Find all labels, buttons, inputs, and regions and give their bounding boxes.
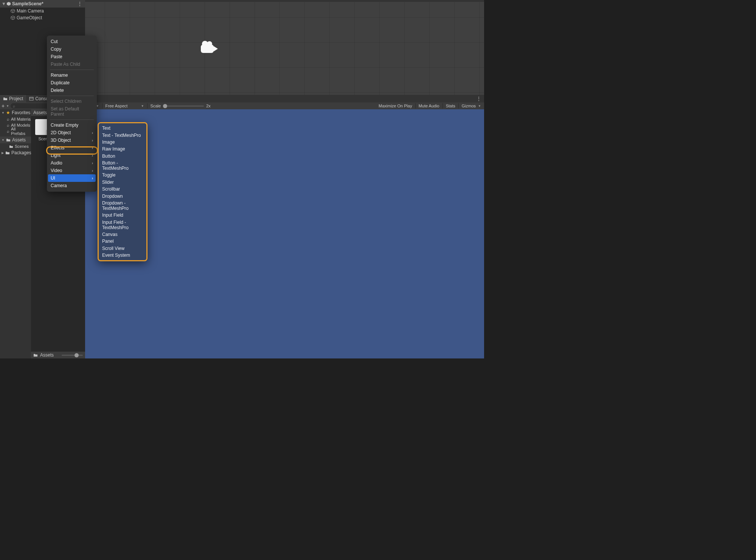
ui-text[interactable]: Text: [99, 125, 146, 132]
kebab-icon[interactable]: ⋮: [76, 1, 84, 6]
sm-label: Scroll View: [102, 246, 124, 251]
chevron-down-icon: ▼: [2, 111, 5, 115]
ui-raw-image[interactable]: Raw Image: [99, 146, 146, 152]
ctx-3d-object[interactable]: 3D Object›: [47, 137, 97, 144]
ui-input-field-tmp[interactable]: Input Field - TextMeshPro: [99, 219, 146, 231]
ctx-delete[interactable]: Delete: [47, 87, 97, 94]
ui-text-tmp[interactable]: Text - TextMeshPro: [99, 132, 146, 138]
sm-label: Event System: [102, 253, 130, 258]
scale-control[interactable]: Scale 2x: [147, 104, 214, 108]
aspect-dropdown[interactable]: Free Aspect▼: [102, 104, 147, 108]
console-icon: [29, 97, 34, 101]
ctx-create-empty[interactable]: Create Empty: [47, 121, 97, 129]
scene-viewport[interactable]: [85, 0, 484, 95]
folder-label: Scenes: [15, 144, 29, 149]
svg-rect-5: [29, 97, 33, 100]
ui-event-system[interactable]: Event System: [99, 252, 146, 259]
ui-submenu: Text Text - TextMeshPro Image Raw Image …: [98, 122, 147, 261]
sm-label: Text - TextMeshPro: [102, 133, 141, 138]
context-menu: Cut Copy Paste Paste As Child Rename Dup…: [47, 36, 97, 192]
chevron-right-icon: ›: [92, 176, 93, 180]
mute-audio-toggle[interactable]: Mute Audio: [416, 104, 442, 108]
ui-canvas[interactable]: Canvas: [99, 231, 146, 238]
ctx-camera[interactable]: Camera: [47, 182, 97, 189]
ui-button[interactable]: Button: [99, 153, 146, 160]
svg-marker-0: [7, 2, 11, 6]
folder-icon: [3, 97, 8, 101]
sm-label: Text: [102, 126, 110, 131]
ui-dropdown[interactable]: Dropdown: [99, 192, 146, 199]
ctx-paste-as-child: Paste As Child: [47, 60, 97, 68]
plus-icon[interactable]: +: [2, 103, 5, 109]
scene-header[interactable]: ▼ SampleScene* ⋮: [0, 0, 85, 8]
sm-label: Dropdown - TextMeshPro: [102, 200, 129, 211]
ctx-effects[interactable]: Effects›: [47, 144, 97, 152]
project-tree: ▼ ★ Favorites ⌕All Materia ⌕All Models ⌕…: [0, 109, 31, 358]
thumbnail-size-slider[interactable]: [62, 355, 83, 356]
ctx-select-children: Select Children: [47, 98, 97, 105]
assets-label: Assets: [12, 137, 26, 143]
ui-scrollbar[interactable]: Scrollbar: [99, 186, 146, 192]
camera-gizmo-icon[interactable]: [201, 41, 218, 53]
packages-label: Packages: [11, 150, 31, 155]
sm-label: Button: [102, 154, 115, 159]
chevron-right-icon: ›: [92, 169, 93, 173]
maximize-on-play-toggle[interactable]: Maximize On Play: [376, 104, 415, 108]
svg-marker-3: [11, 16, 15, 18]
sm-label: Dropdown: [102, 194, 123, 199]
stats-toggle[interactable]: Stats: [443, 104, 458, 108]
ui-dropdown-tmp[interactable]: Dropdown - TextMeshPro: [99, 200, 146, 212]
fav-item[interactable]: ⌕All Prefabs: [0, 128, 31, 134]
sm-label: Input Field: [102, 213, 123, 218]
ctx-2d-object[interactable]: 2D Object›: [47, 129, 97, 137]
search-icon: ⌕: [13, 104, 15, 108]
game-toolbar: y 1▼ Free Aspect▼ Scale 2x Maximize On P…: [85, 102, 484, 109]
ui-input-field[interactable]: Input Field: [99, 212, 146, 219]
sm-label: Slider: [102, 180, 114, 185]
ctx-cut[interactable]: Cut: [47, 38, 97, 45]
ctx-label: Create Empty: [51, 123, 78, 128]
ctx-ui[interactable]: UI›: [48, 174, 96, 182]
fav-item[interactable]: ⌕All Materia: [0, 116, 31, 122]
ui-scroll-view[interactable]: Scroll View: [99, 245, 146, 252]
assets-child[interactable]: Scenes: [0, 143, 31, 149]
gizmos-dropdown[interactable]: Gizmos▼: [459, 104, 484, 108]
ctx-copy[interactable]: Copy: [47, 45, 97, 53]
breadcrumb-label: Assets: [33, 110, 47, 115]
sm-label: Image: [102, 140, 115, 145]
hierarchy-item-gameobject[interactable]: GameObject: [0, 14, 85, 21]
ctx-duplicate[interactable]: Duplicate: [47, 79, 97, 87]
ui-slider[interactable]: Slider: [99, 179, 146, 186]
favorites-row[interactable]: ▼ ★ Favorites: [0, 109, 31, 116]
ctx-audio[interactable]: Audio›: [47, 159, 97, 167]
ctx-light[interactable]: Light›: [47, 152, 97, 159]
star-icon: ★: [6, 110, 10, 115]
packages-row[interactable]: ▶ Packages: [0, 149, 31, 156]
chevron-right-icon: ›: [92, 154, 93, 158]
ui-panel[interactable]: Panel: [99, 238, 146, 245]
ctx-video[interactable]: Video›: [47, 167, 97, 174]
sm-label: Canvas: [102, 232, 118, 237]
scale-value: 2x: [206, 104, 211, 108]
ui-toggle[interactable]: Toggle: [99, 172, 146, 178]
kebab-icon[interactable]: ⋮: [473, 96, 484, 101]
ctx-label: UI: [51, 175, 55, 181]
ui-button-tmp[interactable]: Button - TextMeshPro: [99, 160, 146, 172]
assets-row[interactable]: ▼ Assets: [0, 137, 31, 143]
hierarchy-item-main-camera[interactable]: Main Camera: [0, 8, 85, 14]
ctx-rename[interactable]: Rename: [47, 71, 97, 79]
toggle-label: Stats: [446, 104, 455, 108]
tab-project[interactable]: Project: [0, 95, 26, 102]
chevron-right-icon: ›: [92, 146, 93, 150]
chevron-down-icon[interactable]: ▼: [6, 104, 9, 108]
chevron-down-icon: ▼: [2, 138, 5, 142]
scale-slider[interactable]: [163, 105, 204, 107]
ctx-label: Effects: [51, 145, 64, 150]
chevron-down-icon: ▼: [478, 104, 481, 108]
ctx-paste[interactable]: Paste: [47, 53, 97, 60]
ui-image[interactable]: Image: [99, 139, 146, 146]
chevron-right-icon: ›: [92, 131, 93, 135]
ctx-label: Set as Default Parent: [51, 106, 93, 117]
folder-icon: [33, 353, 38, 357]
ctx-set-default-parent: Set as Default Parent: [47, 105, 97, 118]
